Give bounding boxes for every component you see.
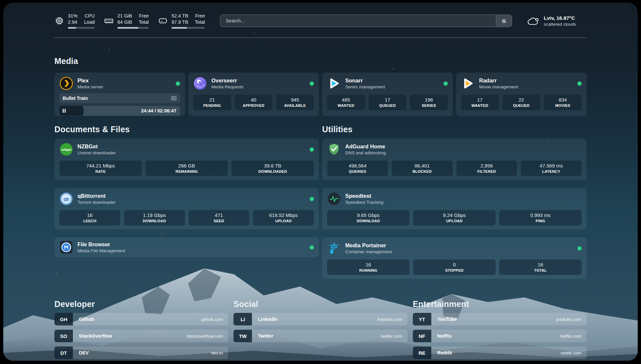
playback-elapsed	[59, 106, 83, 116]
stat-wanted: 485 WANTED	[327, 95, 365, 110]
weather-location-temp: Lviv, 16.87°C	[544, 15, 576, 21]
app-card-sonarr[interactable]: Sonarr Series management 485 WANTED 17 Q…	[322, 73, 453, 116]
app-desc: Usenet downloader	[77, 150, 116, 156]
cloud-icon	[527, 15, 540, 26]
utilities-column: Utilities AdGuard Home	[322, 125, 587, 279]
top-bar: 31% CPU 2.94 Load	[54, 11, 587, 30]
svg-text:nzbget: nzbget	[61, 148, 72, 151]
bookmark-stackoverflow[interactable]: SO StackOverflow stackoverflow.com	[54, 330, 228, 342]
bookmark-group-entertainment: Entertainment YT YouTube youtube.com NF …	[413, 299, 587, 359]
ram-free-label: Free	[139, 13, 149, 19]
bookmark-abbr: TW	[233, 330, 252, 342]
section-title-developer: Developer	[54, 299, 228, 309]
status-dot	[577, 246, 582, 251]
stat-ping: 0.993 ms PING	[499, 210, 582, 226]
disk-free-value: 52.4 TB	[171, 13, 188, 19]
stat-total: 16 TOTAL	[499, 259, 582, 275]
bookmark-twitter[interactable]: TW Twitter twitter.com	[233, 330, 407, 342]
stat-rate: 744.21 Mbps RATE	[59, 161, 142, 176]
memory-stat: 21 GiB Free 64 GiB Total	[104, 13, 149, 29]
stat-approved: 40 APPROVED	[235, 95, 273, 110]
bookmark-name: StackOverflow	[79, 333, 112, 339]
disk-free-label: Free	[195, 13, 205, 19]
cpu-progress-track	[68, 27, 95, 29]
app-card-speedtest[interactable]: Speedtest Speedtest Tracking 9.65 Gbps D…	[322, 188, 587, 229]
app-card-plex[interactable]: Plex Media server Bullet Train	[54, 73, 185, 116]
app-card-filebrowser[interactable]: File Browser Media File Management	[54, 237, 319, 257]
app-card-qbittorrent[interactable]: qb qBittorrent Torrent downloader 16 LEE…	[54, 188, 319, 229]
stat-available: 945 AVAILABLE	[276, 95, 314, 110]
weather-widget: Lviv, 16.87°C scattered clouds	[527, 15, 587, 27]
bookmark-netflix[interactable]: NF Netflix netflix.com	[413, 330, 587, 342]
status-dot	[310, 147, 314, 152]
playback-time: 24:44 / 02:06:47	[141, 108, 180, 113]
playback-device-icon	[171, 95, 177, 101]
app-name: Radarr	[479, 77, 518, 84]
search-engine-button[interactable]: G	[496, 15, 512, 27]
app-card-portainer[interactable]: Media Portainer Container management 16 …	[322, 237, 587, 279]
app-desc: Torrent downloader	[77, 199, 116, 205]
bookmark-abbr: RE	[413, 347, 431, 359]
stat-downloaded: 39.6 TB DOWNLOADED	[231, 161, 314, 176]
bookmark-abbr: SO	[54, 330, 73, 342]
stat-upload: 9.24 Gbps UPLOAD	[413, 210, 496, 226]
app-desc: Container management	[345, 249, 392, 255]
stat-filtered: 2,956 FILTERED	[456, 161, 517, 176]
section-title-social: Social	[233, 299, 407, 309]
app-name: Speedtest	[345, 193, 383, 199]
bookmark-linkedin[interactable]: LI LinkedIn linkedin.com	[233, 313, 407, 325]
app-card-overseerr[interactable]: Overseerr Media Requests 21 PENDING 40 A…	[188, 73, 319, 116]
bookmark-name: Reddit	[437, 350, 452, 355]
sonarr-icon	[327, 76, 341, 90]
app-name: File Browser	[77, 241, 125, 248]
app-desc: Movie management	[479, 84, 518, 90]
bookmark-group-developer: Developer GH Github github.com SO StackO…	[54, 299, 228, 359]
bookmark-name: DEV	[79, 350, 89, 355]
app-card-nzbget[interactable]: nzbget NZBGet Usenet downloader 744.21 M…	[54, 138, 319, 180]
disk-progress-track	[171, 27, 205, 29]
bookmark-abbr: LI	[233, 313, 252, 325]
documents-column: Documents & Files nzbget NZBGet Usenet d…	[54, 125, 319, 257]
bookmark-url: github.com	[201, 317, 223, 322]
stat-wanted: 17 WANTED	[461, 95, 499, 110]
speedtest-icon	[327, 192, 341, 206]
app-card-adguard[interactable]: AdGuard Home DNS and adblocking 498,564 …	[322, 138, 587, 180]
ram-progress-fill	[117, 27, 138, 29]
app-card-radarr[interactable]: Radarr Movie management 17 WANTED 22 QUE…	[456, 73, 587, 116]
app-desc: Media File Management	[77, 248, 125, 254]
search-input[interactable]	[220, 15, 496, 27]
bookmark-dev[interactable]: DT DEV dev.to	[54, 347, 228, 359]
bookmark-name: Twitter	[258, 333, 273, 339]
bookmark-url: twitter.com	[381, 334, 402, 339]
system-stats: 31% CPU 2.94 Load	[54, 13, 205, 29]
status-dot	[443, 81, 448, 86]
bookmark-youtube[interactable]: YT YouTube youtube.com	[413, 313, 587, 325]
app-desc: DNS and adblocking	[345, 150, 386, 156]
stat-queued: 22 QUEUED	[503, 95, 540, 110]
status-dot	[310, 81, 314, 86]
disk-total-value: 97.9 TB	[171, 19, 188, 25]
app-desc: Speedtest Tracking	[345, 199, 383, 205]
bookmark-abbr: DT	[54, 347, 73, 359]
stat-blocked: 86,401 BLOCKED	[392, 161, 453, 176]
disk-progress-fill	[171, 27, 187, 29]
bookmark-url: dev.to	[211, 350, 223, 355]
bookmark-name: Github	[79, 317, 94, 322]
bookmark-reddit[interactable]: RE Reddit reddit.com	[413, 347, 587, 359]
bookmark-url: netflix.com	[560, 334, 581, 339]
stat-leech: 16 LEECH	[59, 210, 120, 226]
nzbget-icon: nzbget	[59, 142, 73, 156]
stat-download: 1.19 Gbps DOWNLOAD	[124, 210, 185, 226]
disk-stat: 52.4 TB Free 97.9 TB Total	[158, 13, 205, 29]
bookmark-name: YouTube	[437, 317, 457, 322]
app-name: Media Portainer	[345, 242, 392, 249]
stat-queued: 17 QUEUED	[369, 95, 407, 110]
cpu-load-value: 2.94	[68, 19, 77, 25]
bookmark-github[interactable]: GH Github github.com	[54, 313, 228, 325]
status-dot	[176, 81, 180, 86]
header-divider	[54, 38, 587, 38]
cpu-stat: 31% CPU 2.94 Load	[54, 13, 95, 29]
section-title-entertainment: Entertainment	[413, 299, 587, 309]
status-dot	[577, 81, 582, 86]
section-title-media: Media	[54, 56, 587, 66]
